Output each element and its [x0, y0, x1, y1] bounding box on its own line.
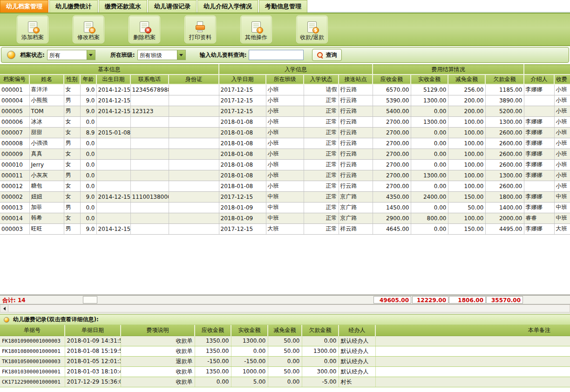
grid-cell[interactable]: Jerry — [29, 159, 64, 170]
grid-cell[interactable]: 小班 — [554, 84, 570, 95]
payment-column-header-2[interactable]: 费项说明 — [121, 325, 195, 336]
grid-cell[interactable]: 正常 — [304, 191, 339, 202]
grid-cell[interactable]: 中班 — [266, 202, 304, 213]
archive-row[interactable]: 000014韩希女0.02018-01-09中班正常京广路2900.00800.… — [0, 213, 570, 223]
grid-cell[interactable]: FK18010300001000001 — [0, 366, 65, 377]
grid-cell[interactable]: 150.00 — [448, 223, 485, 234]
payment-column-header-4[interactable]: 实收金额 — [231, 325, 268, 336]
archive-row[interactable]: 000013加菲男0.02018-01-09中班正常京广路1450.000.00… — [0, 202, 570, 213]
grid-cell[interactable]: 行云路 — [339, 127, 373, 138]
grid-cell[interactable] — [96, 149, 130, 159]
grid-cell[interactable]: 行云路 — [339, 84, 373, 95]
grid-cell[interactable]: 行云路 — [339, 116, 373, 127]
grid-cell[interactable]: 5129.00 — [411, 84, 448, 95]
grid-cell[interactable]: 1300.00 — [485, 116, 524, 127]
search-button[interactable]: 查询 — [312, 49, 342, 61]
grid-cell[interactable] — [130, 170, 169, 181]
grid-cell[interactable]: 2600.00 — [485, 127, 524, 138]
grid-cell[interactable]: 000011 — [0, 170, 29, 181]
column-header-6[interactable]: 身份证 — [169, 74, 219, 84]
grid-cell[interactable]: 2018-01-08 — [219, 170, 266, 181]
grid-cell[interactable]: 收款单 — [121, 336, 195, 346]
grid-cell[interactable]: 200.00 — [448, 106, 485, 116]
payment-row[interactable]: FK180109000010000032018-01-09 14:31:54收款… — [0, 336, 570, 346]
grid-cell[interactable]: 200.00 — [448, 95, 485, 106]
grid-cell[interactable]: 默认经办人 — [339, 346, 375, 356]
grid-cell[interactable]: 50.00 — [268, 336, 302, 346]
grid-cell[interactable]: 0.00 — [411, 223, 448, 234]
grid-cell[interactable]: 2700.00 — [373, 149, 411, 159]
grid-cell[interactable]: 000006 — [0, 116, 29, 127]
grid-cell[interactable] — [130, 138, 169, 149]
grid-cell[interactable] — [375, 366, 570, 377]
grid-cell[interactable]: 2600.00 — [485, 159, 524, 170]
grid-cell[interactable]: 韩希 — [29, 213, 64, 223]
grid-cell[interactable]: 0.00 — [411, 202, 448, 213]
grid-cell[interactable]: 256.00 — [448, 84, 485, 95]
toolbar-button-4[interactable]: ↓其他操作 — [240, 15, 272, 43]
grid-cell[interactable]: 2017-12-15 — [219, 106, 266, 116]
grid-cell[interactable]: 2014-12-15 — [96, 106, 130, 116]
grid-cell[interactable]: 冰冰 — [29, 116, 64, 127]
grid-cell[interactable]: 请假 — [304, 84, 339, 95]
grid-cell[interactable]: 2018-01-09 — [219, 213, 266, 223]
payment-column-header-8[interactable]: 本单备注 — [375, 325, 570, 336]
grid-cell[interactable] — [130, 149, 169, 159]
grid-cell[interactable]: 1185.00 — [485, 84, 524, 95]
grid-cell[interactable]: 2017-12-29 15:36:02 — [65, 377, 121, 387]
grid-cell[interactable]: 2014-12-15 — [96, 84, 130, 95]
grid-cell[interactable]: 4350.00 — [373, 191, 411, 202]
payment-column-header-1[interactable]: 单据日期 — [65, 325, 121, 336]
grid-cell[interactable]: 女 — [64, 127, 80, 138]
grid-cell[interactable]: 李娜娜 — [524, 116, 554, 127]
toolbar-button-5[interactable]: $收款/退款 — [296, 15, 328, 43]
grid-cell[interactable]: 0.0 — [80, 138, 96, 149]
grid-cell[interactable]: 1350.00 — [195, 336, 231, 346]
grid-cell[interactable]: 5.00 — [231, 377, 268, 387]
grid-cell[interactable]: 2018-01-05 12:01:36 — [65, 356, 121, 366]
grid-cell[interactable]: 2018-01-08 — [219, 149, 266, 159]
grid-cell[interactable]: 2700.00 — [373, 159, 411, 170]
grid-cell[interactable]: 4495.00 — [485, 223, 524, 234]
grid-cell[interactable]: 小班 — [266, 95, 304, 106]
grid-cell[interactable]: 京广路 — [339, 191, 373, 202]
column-header-4[interactable]: 出生日期 — [96, 74, 130, 84]
grid-cell[interactable]: 中班 — [266, 213, 304, 223]
grid-cell[interactable]: 2900.00 — [373, 213, 411, 223]
column-header-0[interactable]: 档案编号 — [0, 74, 29, 84]
grid-cell[interactable]: 李娜娜 — [524, 159, 554, 170]
grid-cell[interactable]: 4645.00 — [373, 223, 411, 234]
grid-cell[interactable] — [169, 159, 219, 170]
grid-cell[interactable]: 0.00 — [411, 181, 448, 191]
horizontal-scrollbar[interactable] — [0, 304, 570, 312]
grid-cell[interactable]: 2018-01-08 — [219, 127, 266, 138]
grid-cell[interactable]: 2600.00 — [485, 138, 524, 149]
dropdown-arrow-icon[interactable] — [87, 50, 95, 60]
column-header-1[interactable]: 姓名 — [29, 74, 64, 84]
grid-cell[interactable]: 6570.00 — [373, 84, 411, 95]
grid-cell[interactable]: 000014 — [0, 213, 29, 223]
grid-cell[interactable]: 2000.00 — [485, 213, 524, 223]
grid-cell[interactable]: 1400.00 — [485, 202, 524, 213]
grid-cell[interactable]: 2700.00 — [373, 170, 411, 181]
column-header-5[interactable]: 联系电话 — [130, 74, 169, 84]
grid-cell[interactable]: 女 — [64, 116, 80, 127]
grid-cell[interactable]: 2700.00 — [373, 181, 411, 191]
grid-cell[interactable]: 000008 — [0, 138, 29, 149]
grid-cell[interactable]: 9.0 — [80, 191, 96, 202]
grid-cell[interactable]: 2018-01-08 — [219, 181, 266, 191]
grid-cell[interactable]: 小班 — [554, 181, 570, 191]
grid-cell[interactable]: 100.00 — [448, 138, 485, 149]
grid-cell[interactable]: 李娜娜 — [524, 149, 554, 159]
archive-row[interactable]: 000002妞妞女9.02014-12-15111001380002017-12… — [0, 191, 570, 202]
grid-cell[interactable]: 0.00 — [411, 149, 448, 159]
archive-row[interactable]: 000001喜洋洋女9.02014-12-151234567898882017-… — [0, 84, 570, 95]
grid-cell[interactable]: 2017-12-15 — [219, 223, 266, 234]
grid-cell[interactable]: FK18010800001000001 — [0, 346, 65, 356]
grid-cell[interactable]: 2018-01-08 — [219, 159, 266, 170]
grid-cell[interactable]: 2018-01-08 — [219, 116, 266, 127]
grid-cell[interactable] — [130, 116, 169, 127]
grid-cell[interactable]: 女 — [64, 84, 80, 95]
grid-cell[interactable]: 大班 — [266, 223, 304, 234]
grid-cell[interactable]: 小班 — [266, 181, 304, 191]
